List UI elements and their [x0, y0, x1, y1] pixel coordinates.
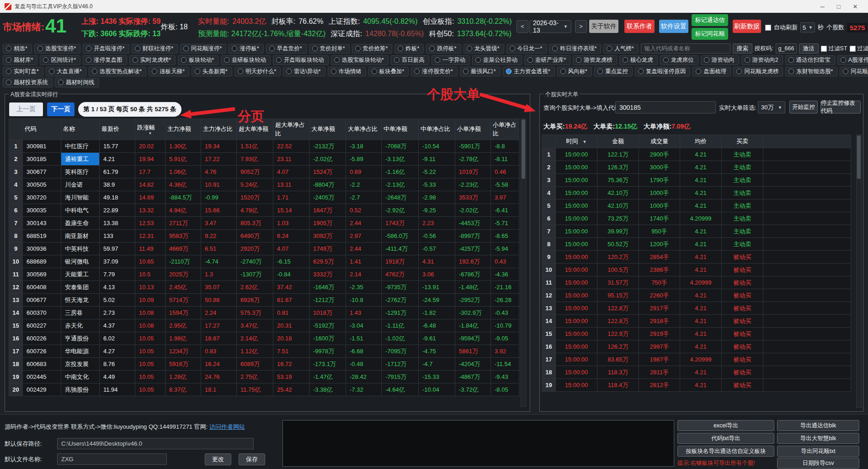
table-cell[interactable]: 600408 — [23, 281, 61, 294]
table-cell[interactable]: 15:00:00 — [556, 238, 597, 251]
table-cell[interactable]: 73.25万 — [597, 212, 639, 225]
menu-tab[interactable]: 百日新高 — [391, 55, 429, 65]
table-cell[interactable]: 11.49 — [135, 243, 165, 255]
table-cell[interactable]: 被动买 — [722, 264, 763, 276]
table-cell[interactable]: 1743万 — [382, 217, 419, 230]
table-cell[interactable]: 122.1万 — [597, 148, 639, 161]
table-cell[interactable]: 1.41 — [346, 255, 382, 268]
table-cell[interactable]: 37.09 — [100, 255, 135, 268]
table-cell[interactable]: -7.32 — [346, 383, 382, 396]
table-cell[interactable]: 中英科技 — [61, 243, 100, 255]
big-order-row[interactable]: 815:00:0050.52万1200手4.21主动卖 — [542, 238, 851, 251]
big-order-row[interactable]: 1815:00:00118.3万2811手4.21被动买 — [542, 366, 851, 379]
table-cell[interactable]: 118.4万 — [597, 379, 639, 392]
date-next-button[interactable]: > — [575, 20, 587, 33]
table-cell[interactable] — [763, 315, 851, 328]
table-cell[interactable]: 600227 — [23, 319, 61, 332]
table-cell[interactable]: -1.11亿 — [382, 319, 419, 332]
scrollbar-handle[interactable] — [522, 119, 525, 179]
menu-tab[interactable]: 通达信扫雷宝 — [785, 55, 835, 65]
table-cell[interactable]: 10.13 — [135, 281, 165, 294]
big-order-row[interactable]: 1715:00:0083.65万1987手4.20999被动买 — [542, 353, 851, 366]
table-cell[interactable] — [763, 289, 851, 302]
table-cell[interactable]: 1.28亿 — [165, 371, 201, 383]
table-cell[interactable]: 805.3万 — [237, 217, 273, 230]
table-cell[interactable]: 2.75亿 — [237, 371, 273, 383]
table-cell[interactable]: 主动卖 — [722, 174, 763, 187]
table-cell[interactable]: -2.7 — [346, 191, 382, 204]
table-cell[interactable]: 主动卖 — [722, 238, 763, 251]
table-cell[interactable]: -1600万 — [309, 332, 346, 345]
table-row[interactable]: 16600226亨通股份6.0210.051.98亿18.672.14亿20.1… — [9, 332, 519, 345]
table-cell[interactable]: 5.24亿 — [237, 178, 273, 191]
table-cell[interactable]: -10.54 — [419, 140, 455, 153]
column-header[interactable]: 时间▼ — [556, 135, 597, 148]
table-cell[interactable]: 5.02 — [100, 294, 135, 307]
table-cell[interactable]: 3.92 — [491, 345, 519, 358]
table-cell[interactable]: 中红医疗 — [61, 140, 100, 153]
table-cell[interactable]: -1.02亿 — [382, 332, 419, 345]
table-cell[interactable]: 被动买 — [722, 340, 763, 353]
big-order-row[interactable]: 115:00:00122.1万2900手4.21主动卖 — [542, 148, 851, 161]
table-cell[interactable] — [763, 161, 851, 174]
menu-tab[interactable]: 开盘啦涨停* — [83, 44, 129, 54]
table-cell[interactable]: -411.4万 — [382, 243, 419, 255]
table-cell[interactable]: 主动卖 — [722, 148, 763, 161]
table-cell[interactable]: 4.21 — [680, 340, 722, 353]
save-path-input[interactable] — [57, 438, 254, 449]
table-cell[interactable]: 15.66 — [201, 204, 237, 217]
menu-tab[interactable]: A股涨停原因 — [837, 55, 868, 65]
table-cell[interactable]: 4.27 — [100, 345, 135, 358]
table-cell[interactable] — [763, 174, 851, 187]
table-cell[interactable]: 300677 — [23, 166, 61, 178]
table-cell[interactable]: 15:00:00 — [556, 328, 597, 340]
table-cell[interactable]: -8.11 — [491, 153, 519, 166]
table-cell[interactable]: 24.76 — [201, 371, 237, 383]
close-icon[interactable]: ✕ — [847, 3, 863, 10]
table-cell[interactable]: 1905万 — [309, 217, 346, 230]
table-cell[interactable]: 4.21 — [680, 315, 722, 328]
table-cell[interactable]: 10.05 — [135, 332, 165, 345]
menu-tab[interactable]: 一字异动 — [431, 55, 470, 65]
table-cell[interactable]: 被动买 — [722, 276, 763, 289]
table-row[interactable]: 13000677恒天海龙5.0210.095714万50.886926万61.6… — [9, 294, 519, 307]
table-cell[interactable]: 95.15万 — [597, 289, 639, 302]
table-cell[interactable]: 1.3 — [201, 268, 237, 281]
table-cell[interactable]: -2.13亿 — [382, 178, 419, 191]
table-cell[interactable] — [763, 251, 851, 264]
filter-checkbox[interactable]: 过滤ST — [821, 45, 847, 53]
column-header[interactable]: 大单净占比 — [346, 119, 382, 140]
menu-tab[interactable]: 市场情绪 — [328, 67, 366, 76]
table-cell[interactable]: -5.33 — [419, 178, 455, 191]
table-cell[interactable]: -1712万 — [382, 358, 419, 371]
table-cell[interactable]: 被动买 — [722, 251, 763, 264]
table-cell[interactable]: 4.21 — [680, 187, 722, 199]
table-cell[interactable]: -6.48 — [419, 319, 455, 332]
interval-select[interactable]: 5 ▼ — [800, 22, 815, 32]
table-cell[interactable]: 4.07 — [273, 166, 309, 178]
table-cell[interactable]: 50.52万 — [597, 238, 639, 251]
table-cell[interactable]: -3.72亿 — [455, 383, 491, 396]
table-cell[interactable]: 主动卖 — [722, 225, 763, 238]
table-cell[interactable]: 4.20999 — [680, 276, 722, 289]
table-cell[interactable]: 100.5万 — [597, 264, 639, 276]
search-button[interactable]: 搜索 — [733, 43, 752, 54]
table-cell[interactable]: 12.31 — [135, 230, 165, 243]
table-cell[interactable]: 5.91亿 — [165, 153, 201, 166]
maximize-icon[interactable]: □ — [831, 3, 847, 10]
menu-tab[interactable]: 财联社涨停* — [132, 44, 178, 54]
table-row[interactable]: 4300505川金诺38.914.824.36亿10.915.24亿13.11-… — [9, 178, 519, 191]
table-cell[interactable]: 15:00:00 — [556, 264, 597, 276]
table-cell[interactable]: 13.38 — [100, 217, 135, 230]
table-cell[interactable]: 15:00:00 — [556, 366, 597, 379]
table-cell[interactable]: 1647万 — [309, 204, 346, 217]
table-cell[interactable]: 4.21 — [680, 238, 722, 251]
export-tdx-blk-button[interactable]: 导出通达信blk — [777, 420, 859, 431]
table-cell[interactable]: -3.04 — [346, 319, 382, 332]
table-cell[interactable]: 2.45亿 — [165, 281, 201, 294]
table-cell[interactable]: 4.76 — [201, 166, 237, 178]
table-row[interactable]: 2300185通裕重工4.2119.945.91亿17.227.93亿23.11… — [9, 153, 519, 166]
table-cell[interactable]: 2.14 — [346, 268, 382, 281]
table-cell[interactable]: 4.20999 — [680, 212, 722, 225]
table-row[interactable]: 17600726华电能源4.2710.051234万0.831.12亿7.51-… — [9, 345, 519, 358]
